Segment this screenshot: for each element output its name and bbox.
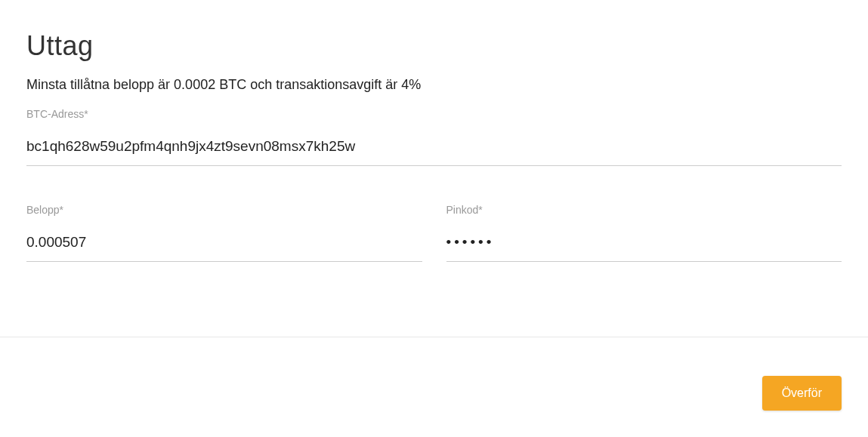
btc-address-label: BTC-Adress* xyxy=(26,108,842,120)
page-title: Uttag xyxy=(26,30,842,62)
pincode-label: Pinkod* xyxy=(446,204,842,216)
btc-address-input[interactable] xyxy=(26,134,842,166)
pincode-input[interactable] xyxy=(446,229,842,262)
pincode-column: Pinkod* xyxy=(446,204,842,262)
min-amount-info: Minsta tillåtna belopp är 0.0002 BTC och… xyxy=(26,77,842,93)
amount-column: Belopp* xyxy=(26,204,422,262)
btc-address-group: BTC-Adress* xyxy=(26,108,842,166)
footer-actions: Överför xyxy=(762,376,842,411)
withdrawal-form-container: Uttag Minsta tillåtna belopp är 0.0002 B… xyxy=(0,0,868,262)
footer-divider xyxy=(0,337,868,337)
transfer-button[interactable]: Överför xyxy=(762,376,842,411)
amount-input[interactable] xyxy=(26,229,422,262)
amount-pin-row: Belopp* Pinkod* xyxy=(26,204,842,262)
amount-label: Belopp* xyxy=(26,204,422,216)
